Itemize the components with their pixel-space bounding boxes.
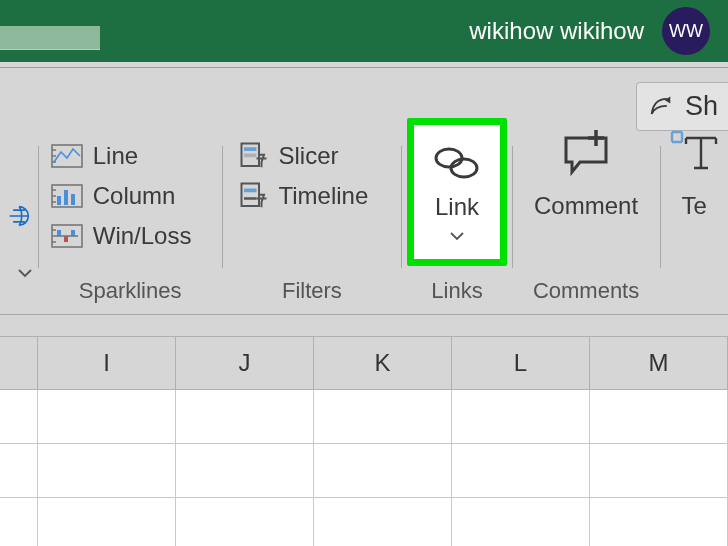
- share-button[interactable]: Sh: [636, 82, 728, 131]
- chevron-down-icon[interactable]: [17, 268, 33, 278]
- grid-row: [0, 390, 728, 444]
- comment-icon: [558, 128, 614, 176]
- avatar[interactable]: WW: [662, 7, 710, 55]
- grid-row: [0, 444, 728, 498]
- formula-bar-area: [0, 314, 728, 336]
- sparkline-column-label: Column: [93, 182, 176, 210]
- name-box[interactable]: [0, 26, 100, 50]
- cell[interactable]: [314, 390, 452, 444]
- cell[interactable]: [314, 498, 452, 546]
- column-header[interactable]: [0, 337, 38, 389]
- grid-row: [0, 498, 728, 546]
- line-chart-icon: [51, 142, 83, 170]
- ribbon: Sh Line: [0, 68, 728, 314]
- column-header-J[interactable]: J: [176, 337, 314, 389]
- cell[interactable]: [314, 444, 452, 498]
- svg-rect-3: [64, 190, 68, 205]
- text-label-partial: Te: [682, 192, 707, 220]
- cell[interactable]: [38, 390, 176, 444]
- text-group-partial: Te: [661, 136, 728, 314]
- comments-group-label: Comments: [513, 278, 660, 304]
- cell[interactable]: [590, 390, 728, 444]
- sparkline-line-label: Line: [93, 142, 138, 170]
- svg-rect-13: [244, 189, 257, 193]
- svg-rect-8: [71, 230, 75, 236]
- text-box-button[interactable]: Te: [666, 128, 722, 220]
- spreadsheet: I J K L M: [0, 336, 728, 546]
- globe-icon: [5, 202, 33, 230]
- column-headers: I J K L M: [0, 336, 728, 390]
- svg-rect-11: [244, 154, 257, 158]
- svg-rect-4: [71, 194, 75, 205]
- cell[interactable]: [452, 444, 590, 498]
- column-chart-icon: [51, 182, 83, 210]
- cell[interactable]: [176, 390, 314, 444]
- titlebar: wikihow wikihow WW: [0, 0, 728, 62]
- cell[interactable]: [590, 444, 728, 498]
- chevron-down-icon[interactable]: [449, 231, 465, 241]
- winloss-chart-icon: [51, 222, 83, 250]
- user-name: wikihow wikihow: [469, 17, 644, 45]
- cell[interactable]: [590, 498, 728, 546]
- sparklines-group-label: Sparklines: [39, 278, 222, 304]
- cell[interactable]: [0, 390, 38, 444]
- cell[interactable]: [0, 444, 38, 498]
- svg-rect-2: [57, 196, 61, 205]
- comment-button[interactable]: Comment: [534, 128, 638, 220]
- link-icon: [429, 143, 485, 183]
- comments-group: Comment Comments: [513, 136, 660, 314]
- sparkline-line-button[interactable]: Line: [51, 136, 138, 176]
- sparklines-group: Line Column: [39, 136, 222, 314]
- column-header-K[interactable]: K: [314, 337, 452, 389]
- cell[interactable]: [176, 498, 314, 546]
- link-label: Link: [435, 193, 479, 221]
- column-header-L[interactable]: L: [452, 337, 590, 389]
- filters-group-label: Filters: [223, 278, 402, 304]
- svg-rect-7: [64, 236, 68, 242]
- filters-group: Slicer Timeline Filters: [223, 136, 402, 314]
- comment-label: Comment: [534, 192, 638, 220]
- slicer-button[interactable]: Slicer: [239, 136, 339, 176]
- cell[interactable]: [0, 498, 38, 546]
- sparkline-column-button[interactable]: Column: [51, 176, 176, 216]
- timeline-label: Timeline: [279, 182, 369, 210]
- column-header-M[interactable]: M: [590, 337, 728, 389]
- text-box-icon: [666, 128, 722, 176]
- svg-rect-0: [52, 145, 82, 167]
- links-group-label: Links: [402, 278, 511, 304]
- cell[interactable]: [38, 444, 176, 498]
- link-button[interactable]: Link: [407, 118, 507, 266]
- svg-point-14: [436, 149, 462, 167]
- slicer-label: Slicer: [279, 142, 339, 170]
- svg-rect-6: [57, 230, 61, 236]
- svg-point-15: [451, 159, 477, 177]
- cell[interactable]: [176, 444, 314, 498]
- addins-group-partial: [0, 136, 38, 314]
- sparkline-winloss-label: Win/Loss: [93, 222, 192, 250]
- links-group: Link Links: [402, 136, 511, 314]
- cell[interactable]: [452, 498, 590, 546]
- share-label: Sh: [685, 91, 718, 122]
- cell[interactable]: [452, 390, 590, 444]
- timeline-button[interactable]: Timeline: [239, 176, 369, 216]
- grid-rows: [0, 390, 728, 546]
- svg-rect-10: [244, 147, 257, 151]
- column-header-I[interactable]: I: [38, 337, 176, 389]
- cell[interactable]: [38, 498, 176, 546]
- slicer-icon: [239, 141, 269, 171]
- share-icon: [647, 93, 675, 121]
- sparkline-winloss-button[interactable]: Win/Loss: [51, 216, 192, 256]
- timeline-icon: [239, 181, 269, 211]
- svg-rect-12: [241, 184, 259, 207]
